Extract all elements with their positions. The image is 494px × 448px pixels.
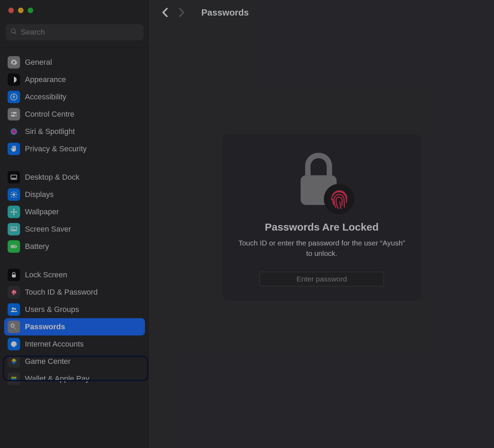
sidebar-item-battery[interactable]: Battery: [4, 238, 145, 255]
main-header: Passwords: [149, 0, 494, 25]
key-icon: [8, 321, 20, 333]
svg-point-37: [12, 359, 15, 361]
gear-icon: [8, 56, 20, 69]
svg-rect-28: [12, 246, 15, 247]
sidebar-item-wallet-applepay[interactable]: Wallet & Apple Pay: [4, 370, 145, 387]
lock-subtitle: Touch ID or enter the password for the u…: [236, 238, 408, 259]
svg-line-18: [16, 192, 16, 193]
nav-back-button[interactable]: [160, 7, 170, 18]
sidebar-item-label: Screen Saver: [25, 225, 71, 234]
sidebar-item-general[interactable]: General: [4, 54, 145, 71]
sidebar-list: GeneralAppearanceAccessibilityControl Ce…: [0, 47, 149, 448]
sidebar-item-label: General: [25, 58, 52, 67]
svg-point-7: [11, 128, 17, 135]
zoom-window-button[interactable]: [28, 8, 33, 13]
svg-point-5: [12, 112, 13, 114]
sidebar-item-label: Touch ID & Password: [25, 288, 98, 297]
sidebar-item-label: Control Centre: [25, 110, 74, 119]
nav-forward-button[interactable]: [176, 7, 187, 18]
dock-icon: [8, 171, 20, 183]
gamecenter-icon: [8, 355, 20, 368]
sidebar-item-label: Passwords: [25, 322, 65, 331]
sidebar-item-label: Users & Groups: [25, 305, 79, 314]
search-input[interactable]: [21, 28, 139, 37]
svg-point-10: [12, 193, 15, 196]
sidebar-item-label: Lock Screen: [25, 270, 67, 279]
siri-icon: [8, 125, 20, 138]
svg-point-2: [13, 95, 14, 96]
touch-id-icon: [324, 184, 354, 214]
sidebar-item-label: Accessibility: [25, 92, 66, 101]
passwords-locked-card: Passwords Are Locked Touch ID or enter t…: [222, 134, 421, 301]
hand-icon: [8, 143, 20, 155]
sidebar-item-displays[interactable]: Displays: [4, 186, 145, 203]
search-icon: [10, 28, 17, 36]
sidebar-item-passwords[interactable]: Passwords: [4, 318, 145, 335]
switches-icon: [8, 108, 20, 120]
svg-rect-27: [16, 246, 17, 247]
svg-point-19: [13, 211, 15, 213]
screensaver-icon: [8, 223, 20, 235]
sidebar-item-label: Wallet & Apple Pay: [25, 374, 89, 383]
svg-point-23: [15, 211, 17, 213]
svg-line-15: [11, 192, 12, 193]
sidebar-item-label: Privacy & Security: [25, 144, 87, 153]
sidebar-item-internet-accounts[interactable]: Internet Accounts: [4, 335, 145, 353]
fingerprint-icon: [8, 286, 20, 298]
main-panel: Passwords: [149, 0, 494, 448]
sidebar: GeneralAppearanceAccessibilityControl Ce…: [0, 0, 149, 448]
sidebar-item-accessibility[interactable]: Accessibility: [4, 88, 145, 106]
sidebar-item-users-groups[interactable]: Users & Groups: [4, 301, 145, 318]
svg-point-21: [13, 213, 15, 215]
sidebar-item-appearance[interactable]: Appearance: [4, 71, 145, 88]
sidebar-item-siri-spotlight[interactable]: Siri & Spotlight: [4, 123, 145, 140]
wallet-icon: [8, 373, 20, 385]
battery-icon: [8, 240, 20, 253]
sidebar-item-screen-saver[interactable]: Screen Saver: [4, 221, 145, 238]
search-field[interactable]: [6, 24, 144, 40]
sidebar-item-label: Game Center: [25, 357, 71, 366]
svg-point-30: [12, 307, 14, 310]
sidebar-item-label: Battery: [25, 242, 49, 251]
sidebar-item-label: Appearance: [25, 75, 66, 84]
sidebar-item-label: Desktop & Dock: [25, 173, 80, 182]
unlock-password-input[interactable]: [259, 272, 384, 286]
sidebar-item-control-centre[interactable]: Control Centre: [4, 106, 145, 123]
at-icon: [8, 338, 20, 350]
svg-point-20: [13, 209, 15, 211]
svg-line-17: [11, 196, 12, 197]
svg-line-16: [16, 196, 16, 197]
lock-graphic: [294, 150, 349, 212]
sidebar-item-lock-screen[interactable]: Lock Screen: [4, 266, 145, 284]
sidebar-item-label: Displays: [25, 190, 54, 199]
svg-point-6: [15, 115, 16, 116]
svg-rect-41: [11, 380, 17, 381]
sidebar-item-label: Internet Accounts: [25, 340, 84, 349]
sidebar-item-wallpaper[interactable]: Wallpaper: [4, 203, 145, 221]
sidebar-item-desktop-dock[interactable]: Desktop & Dock: [4, 169, 145, 186]
svg-point-22: [11, 211, 12, 213]
window-controls: [0, 0, 149, 21]
svg-rect-9: [12, 178, 16, 179]
sidebar-item-label: Siri & Spotlight: [25, 127, 75, 136]
flower-icon: [8, 206, 20, 218]
svg-point-31: [14, 308, 16, 310]
close-window-button[interactable]: [8, 8, 14, 13]
sidebar-item-label: Wallpaper: [25, 207, 59, 216]
sidebar-item-privacy-security[interactable]: Privacy & Security: [4, 140, 145, 158]
svg-point-32: [11, 324, 14, 327]
contrast-icon: [8, 73, 20, 86]
accessibility-icon: [8, 91, 20, 103]
lockscreen-icon: [8, 269, 20, 281]
svg-rect-29: [12, 275, 16, 277]
sun-icon: [8, 188, 20, 201]
users-icon: [8, 303, 20, 316]
sidebar-item-touchid-password[interactable]: Touch ID & Password: [4, 284, 145, 301]
minimize-window-button[interactable]: [18, 8, 24, 13]
page-title: Passwords: [201, 7, 249, 18]
sidebar-item-game-center[interactable]: Game Center: [4, 353, 145, 370]
lock-title: Passwords Are Locked: [265, 221, 378, 233]
